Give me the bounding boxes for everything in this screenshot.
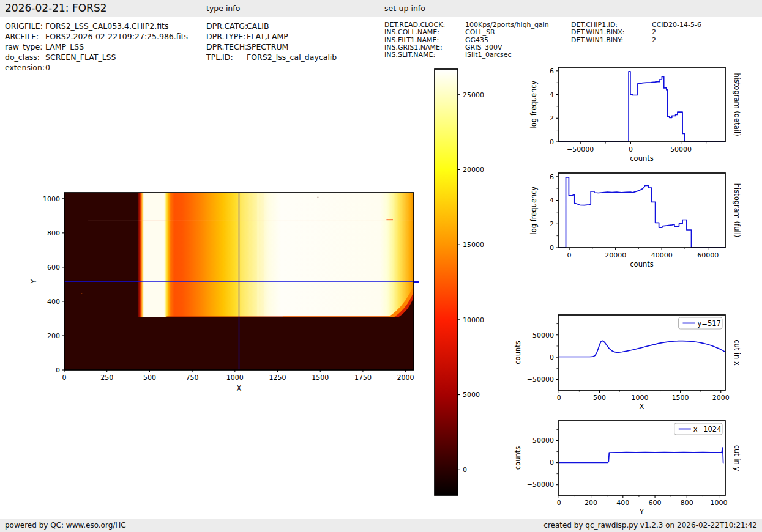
meta-row: DET.WIN1.BINX:2 <box>571 29 701 36</box>
svg-text:750: 750 <box>186 374 199 382</box>
meta-label: ORIGFILE: <box>5 21 45 31</box>
svg-text:6: 6 <box>550 67 554 75</box>
svg-text:x=1024: x=1024 <box>693 425 722 434</box>
meta-row: INS.SLIT.NAME:lSlit1_0arcsec <box>384 51 549 59</box>
svg-text:−50000: −50000 <box>567 146 594 153</box>
svg-text:counts: counts <box>630 154 653 163</box>
footer-right: created by qc_rawdisp.py v1.2.3 on 2026-… <box>543 519 757 532</box>
svg-text:X: X <box>237 384 242 393</box>
meta-value: FLAT,LAMP <box>247 32 288 41</box>
svg-text:20000: 20000 <box>605 251 626 259</box>
svg-text:1750: 1750 <box>354 374 372 382</box>
crosshair-line-extension <box>414 281 419 283</box>
meta-row: TPL.ID:FORS2_lss_cal_daycalib <box>206 52 337 62</box>
svg-text:1000: 1000 <box>43 195 60 203</box>
meta-row: DET.WIN1.BINY:2 <box>571 37 701 44</box>
svg-text:counts: counts <box>630 260 653 268</box>
meta-row: do_class:SCREEN_FLAT_LSS <box>5 52 188 62</box>
svg-text:0: 0 <box>629 146 633 153</box>
svg-text:counts: counts <box>514 446 522 470</box>
svg-text:0: 0 <box>557 499 561 507</box>
meta-row: ARCFILE:FORS2.2026-02-22T09:27:25.986.fi… <box>5 31 188 42</box>
histogram-full-plot: 02000040000600000246countslog frequencyh… <box>558 173 725 248</box>
meta-value: GG435 <box>465 36 488 44</box>
meta-label: raw_type: <box>5 42 45 52</box>
cut-in-y-plot: 02004006008001000−50000050000Ycountscut … <box>558 421 725 495</box>
meta-row: DPR.TECH:SPECTRUM <box>206 42 337 52</box>
footer-bar: powered by QC: www.eso.org/HC created by… <box>0 519 762 532</box>
setup-info-block-1: DET.READ.CLOCK:100Kps/2ports/high_gain I… <box>384 21 549 59</box>
svg-text:−50000: −50000 <box>527 481 554 489</box>
svg-text:−50000: −50000 <box>527 375 554 383</box>
svg-text:histogram (full): histogram (full) <box>733 183 741 238</box>
svg-text:log frequency: log frequency <box>529 186 538 234</box>
cut-in-x-plot: 0500100015002000−50000050000Xcountscut i… <box>558 315 725 390</box>
meta-value: 100Kps/2ports/high_gain <box>465 21 549 29</box>
meta-label: DET.WIN1.BINY: <box>571 37 652 44</box>
meta-label: extension: <box>5 62 45 73</box>
meta-value: CALIB <box>247 21 269 31</box>
svg-text:500: 500 <box>593 394 606 402</box>
svg-text:2000: 2000 <box>397 374 414 382</box>
colorbar: 0500010000150002000025000 <box>435 69 458 495</box>
meta-label: do_class: <box>5 52 45 62</box>
meta-label: INS.SLIT.NAME: <box>384 51 465 59</box>
meta-value: COLL_SR <box>465 28 495 36</box>
svg-text:15000: 15000 <box>463 241 484 249</box>
section-label-setup-info: set-up info <box>384 4 425 13</box>
meta-label: DET.WIN1.BINX: <box>571 29 652 36</box>
svg-text:1500: 1500 <box>312 374 329 382</box>
meta-label: DPR.TYPE: <box>206 31 247 42</box>
svg-text:600: 600 <box>47 264 60 272</box>
svg-text:Y: Y <box>29 279 38 284</box>
svg-text:Y: Y <box>639 508 644 516</box>
svg-text:X: X <box>640 402 644 411</box>
svg-text:2000: 2000 <box>712 394 730 402</box>
svg-text:50000: 50000 <box>532 331 554 339</box>
svg-text:40000: 40000 <box>651 251 673 259</box>
svg-text:1500: 1500 <box>672 394 689 402</box>
meta-label: INS.COLL.NAME: <box>384 29 465 36</box>
svg-text:500: 500 <box>143 374 156 382</box>
raw-image-heatmap: 0250500750100012501500175020000200400600… <box>64 193 414 370</box>
svg-text:400: 400 <box>616 499 629 507</box>
svg-text:cut in y: cut in y <box>733 445 741 471</box>
meta-row: extension:0 <box>5 62 188 73</box>
svg-text:0: 0 <box>550 353 554 361</box>
meta-value: 2 <box>652 28 656 36</box>
svg-text:50000: 50000 <box>670 146 692 153</box>
svg-text:250: 250 <box>100 374 113 382</box>
meta-value: 0 <box>45 63 50 72</box>
setup-info-block-2: DET.CHIP1.ID:CCID20-14-5-6 DET.WIN1.BINX… <box>571 21 701 44</box>
svg-text:800: 800 <box>47 229 60 237</box>
meta-value: lSlit1_0arcsec <box>465 51 512 59</box>
svg-text:cut in x: cut in x <box>733 339 741 366</box>
meta-value: 2 <box>652 36 656 44</box>
svg-text:0: 0 <box>550 138 554 146</box>
svg-text:20000: 20000 <box>463 166 484 174</box>
page-title: 2026-02-21: FORS2 <box>5 2 107 14</box>
svg-text:1000: 1000 <box>226 374 244 382</box>
meta-row: ORIGFILE:FORS2_LSS_CAL053.4.CHIP2.fits <box>5 21 188 31</box>
meta-value: CCID20-14-5-6 <box>652 21 701 29</box>
meta-row: DPR.TYPE:FLAT,LAMP <box>206 31 337 42</box>
meta-label: DPR.TECH: <box>206 42 247 52</box>
histogram-detail-plot: −500000500000246countslog frequencyhisto… <box>558 67 725 142</box>
svg-text:log frequency: log frequency <box>529 80 538 128</box>
header-bar: 2026-02-21: FORS2 type info set-up info <box>0 0 762 17</box>
meta-value: LAMP_LSS <box>45 42 84 51</box>
meta-value: FORS2_LSS_CAL053.4.CHIP2.fits <box>45 21 169 31</box>
meta-value: FORS2_lss_cal_daycalib <box>247 53 337 62</box>
svg-text:200: 200 <box>47 332 60 340</box>
type-info-block: DPR.CATG:CALIB DPR.TYPE:FLAT,LAMP DPR.TE… <box>206 21 337 62</box>
meta-row: DPR.CATG:CALIB <box>206 21 337 31</box>
svg-text:1250: 1250 <box>269 374 286 382</box>
svg-text:50000: 50000 <box>532 437 554 445</box>
svg-text:10000: 10000 <box>463 316 484 324</box>
file-info-block: ORIGFILE:FORS2_LSS_CAL053.4.CHIP2.fits A… <box>5 21 188 73</box>
section-label-type-info: type info <box>206 4 240 13</box>
svg-text:2: 2 <box>550 220 554 228</box>
meta-value: SCREEN_FLAT_LSS <box>45 53 116 62</box>
svg-text:0: 0 <box>550 244 554 252</box>
meta-label: ARCFILE: <box>5 31 45 42</box>
